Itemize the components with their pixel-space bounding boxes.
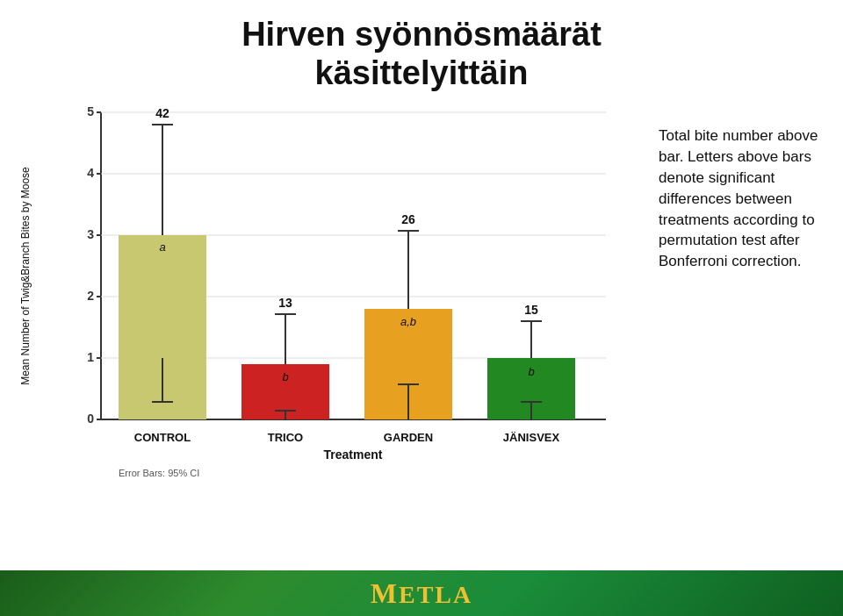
- svg-text:4: 4: [87, 166, 94, 180]
- svg-text:2: 2: [87, 289, 94, 303]
- svg-text:b: b: [528, 365, 534, 378]
- metla-logo: METLA: [371, 577, 472, 610]
- y-axis-label: Mean Number of Twig&Branch Bites by Moos…: [9, 147, 44, 446]
- title-area: Hirven syönnösmäärät käsittelyittäin: [0, 0, 843, 99]
- chart-area: Mean Number of Twig&Branch Bites by Moos…: [9, 104, 641, 525]
- svg-text:JÄNISVEX: JÄNISVEX: [503, 431, 560, 444]
- svg-text:a: a: [159, 240, 165, 254]
- legend-area: Total bite number above bar. Letters abo…: [641, 99, 834, 272]
- svg-text:CONTROL: CONTROL: [134, 431, 191, 444]
- bottom-banner: METLA: [0, 570, 843, 616]
- chart-svg: 0 1 2 3 4 5: [57, 104, 610, 481]
- svg-text:b: b: [282, 370, 288, 383]
- svg-text:a,b: a,b: [400, 315, 416, 328]
- svg-text:3: 3: [87, 227, 94, 241]
- legend-text: Total bite number above bar. Letters abo…: [659, 125, 825, 272]
- chart-title: Hirven syönnösmäärät käsittelyittäin: [0, 16, 843, 92]
- svg-text:TRICO: TRICO: [268, 431, 303, 444]
- svg-text:0: 0: [87, 412, 94, 426]
- main-content: Hirven syönnösmäärät käsittelyittäin Mea…: [0, 0, 843, 570]
- svg-text:1: 1: [87, 350, 94, 364]
- svg-text:42: 42: [155, 106, 169, 120]
- svg-text:Error Bars: 95% CI: Error Bars: 95% CI: [119, 468, 199, 478]
- chart-and-legend: Mean Number of Twig&Branch Bites by Moos…: [0, 99, 843, 570]
- svg-text:13: 13: [278, 296, 292, 310]
- svg-text:GARDEN: GARDEN: [384, 431, 433, 444]
- svg-text:15: 15: [524, 303, 538, 317]
- svg-text:26: 26: [401, 212, 415, 226]
- svg-text:5: 5: [87, 104, 94, 118]
- svg-text:Treatment: Treatment: [324, 448, 383, 462]
